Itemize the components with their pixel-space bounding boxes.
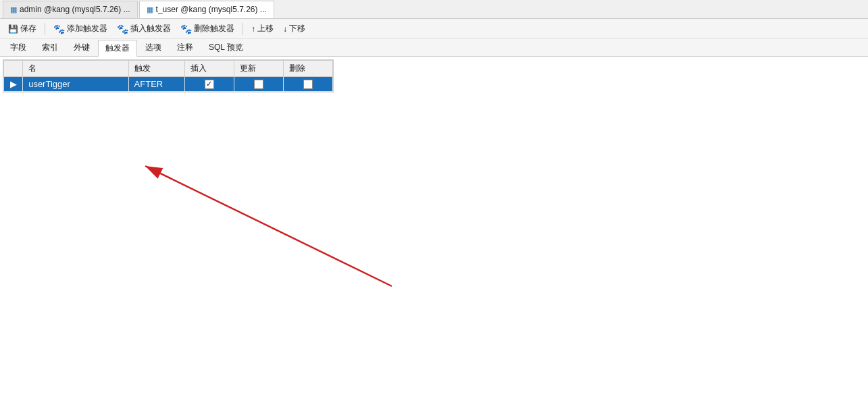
move-down-label: 下移	[289, 23, 305, 34]
delete-checkbox[interactable]	[303, 80, 313, 89]
trigger-update-cell[interactable]	[234, 77, 283, 92]
add-trigger-icon: 🐾	[53, 24, 65, 34]
col-update-header: 更新	[234, 61, 283, 77]
tab-t-user-label: t_user @kang (mysql5.7.26) ...	[156, 5, 267, 14]
row-pointer: ▶	[4, 77, 23, 92]
toolbar: 💾 保存 🐾 添加触发器 🐾 插入触发器 🐾 删除触发器 ↑ 上移 ↓ 下移	[0, 19, 868, 39]
trigger-insert-cell[interactable]: ✓	[185, 77, 234, 92]
tab-sql-preview-label: SQL 预览	[209, 43, 243, 52]
table-icon: ▦	[10, 5, 17, 14]
tab-fields[interactable]: 字段	[3, 39, 34, 56]
tab-t-user[interactable]: ▦ t_user @kang (mysql5.7.26) ...	[139, 1, 274, 18]
tab-bar: ▦ admin @kang (mysql5.7.26) ... ▦ t_user…	[0, 0, 868, 19]
nav-tabs: 字段 索引 外键 触发器 选项 注释 SQL 预览	[0, 39, 868, 57]
tab-options-label: 选项	[145, 43, 161, 52]
tab-index-label: 索引	[42, 43, 58, 52]
tab-options[interactable]: 选项	[138, 39, 169, 56]
trigger-table: 名 触发 插入 更新 删除 ▶ userTigger AFTER ✓	[3, 60, 333, 92]
col-trigger-header: 触发	[128, 61, 184, 77]
up-arrow-icon: ↑	[251, 24, 255, 34]
tab-comment[interactable]: 注释	[170, 39, 201, 56]
tab-sql-preview[interactable]: SQL 预览	[201, 39, 251, 56]
insert-trigger-button[interactable]: 🐾 插入触发器	[113, 22, 175, 36]
col-insert-header: 插入	[185, 61, 234, 77]
add-trigger-label: 添加触发器	[67, 23, 107, 34]
trigger-table-container: 名 触发 插入 更新 删除 ▶ userTigger AFTER ✓	[3, 59, 334, 92]
tab-trigger[interactable]: 触发器	[98, 40, 137, 57]
tab-admin-label: admin @kang (mysql5.7.26) ...	[20, 5, 130, 14]
tab-foreign-key-label: 外键	[74, 43, 90, 52]
update-checkbox[interactable]	[254, 80, 263, 89]
delete-trigger-label: 删除触发器	[194, 23, 234, 34]
annotation-arrow	[0, 57, 868, 411]
move-up-button[interactable]: ↑ 上移	[247, 22, 278, 36]
save-icon: 💾	[8, 24, 18, 34]
add-trigger-button[interactable]: 🐾 添加触发器	[49, 22, 111, 36]
table-icon-active: ▦	[147, 5, 153, 14]
tab-admin[interactable]: ▦ admin @kang (mysql5.7.26) ...	[3, 1, 138, 18]
trigger-timing-cell: AFTER	[128, 77, 184, 92]
save-label: 保存	[20, 23, 36, 34]
save-button[interactable]: 💾 保存	[4, 22, 41, 36]
tab-comment-label: 注释	[177, 43, 193, 52]
svg-line-1	[145, 166, 392, 286]
tab-index[interactable]: 索引	[34, 39, 66, 56]
col-pointer-header	[4, 61, 23, 77]
separator-1	[45, 23, 45, 35]
trigger-name-cell: userTigger	[23, 77, 128, 92]
main-content: 名 触发 插入 更新 删除 ▶ userTigger AFTER ✓	[0, 57, 868, 411]
col-name-header: 名	[23, 61, 128, 77]
table-row[interactable]: ▶ userTigger AFTER ✓	[4, 77, 333, 92]
separator-2	[242, 23, 243, 35]
move-up-label: 上移	[257, 23, 274, 34]
trigger-delete-cell[interactable]	[283, 77, 332, 92]
tab-trigger-label: 触发器	[105, 43, 130, 53]
col-delete-header: 删除	[283, 61, 332, 77]
insert-trigger-icon: 🐾	[117, 24, 128, 34]
tab-foreign-key[interactable]: 外键	[66, 39, 97, 56]
delete-trigger-button[interactable]: 🐾 删除触发器	[176, 22, 238, 36]
insert-checkbox[interactable]: ✓	[205, 80, 214, 89]
move-down-button[interactable]: ↓ 下移	[279, 22, 309, 36]
delete-trigger-icon: 🐾	[180, 24, 192, 34]
insert-trigger-label: 插入触发器	[130, 23, 171, 34]
tab-fields-label: 字段	[10, 43, 26, 52]
down-arrow-icon: ↓	[283, 24, 287, 34]
